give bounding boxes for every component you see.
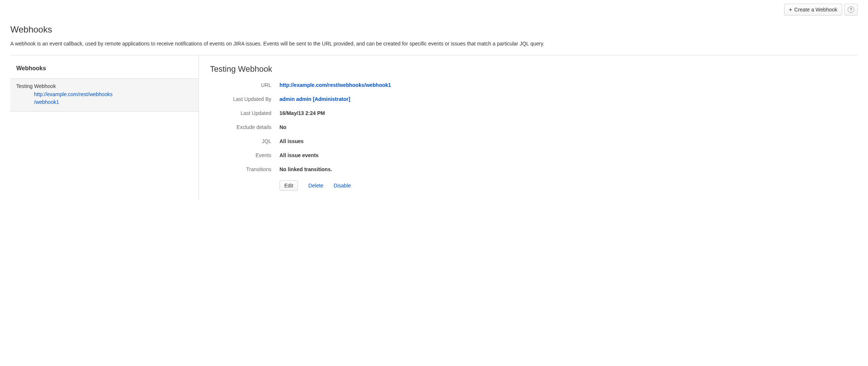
delete-link[interactable]: Delete	[308, 183, 323, 189]
sidebar: Webhooks Testing Webhook http://example.…	[10, 55, 199, 200]
page-description: A webhook is an event callback, used by …	[10, 40, 858, 48]
disable-link[interactable]: Disable	[334, 183, 351, 189]
edit-button[interactable]: Edit	[279, 180, 298, 191]
value-exclude-details: No	[279, 124, 849, 130]
top-actions: + Create a Webhook ?	[10, 4, 858, 16]
value-last-updated-by[interactable]: admin admin [Administrator]	[279, 96, 849, 102]
sidebar-item-url-line2: /webhook1	[34, 99, 59, 105]
value-events: All issue events	[279, 152, 849, 158]
label-events: Events	[210, 152, 271, 158]
sidebar-header: Webhooks	[10, 55, 199, 78]
label-last-updated-by: Last Updated By	[210, 96, 271, 102]
sidebar-item-name: Testing Webhook	[16, 83, 193, 89]
page-title: Webhooks	[10, 24, 858, 35]
label-last-updated: Last Updated	[210, 110, 271, 116]
value-jql: All issues	[279, 138, 849, 144]
main-panel: Testing Webhook URL http://example.com/r…	[199, 55, 858, 200]
label-url: URL	[210, 82, 271, 88]
label-transitions: Transitions	[210, 166, 271, 172]
label-exclude-details: Exclude details	[210, 124, 271, 130]
value-last-updated: 16/May/13 2:24 PM	[279, 110, 849, 116]
value-transitions: No linked transitions.	[279, 166, 849, 172]
actions-row: Edit Delete Disable	[279, 180, 849, 191]
content-wrap: Webhooks Testing Webhook http://example.…	[10, 55, 858, 200]
detail-grid: URL http://example.com/rest/webhooks/web…	[210, 82, 849, 191]
help-icon: ?	[848, 6, 854, 13]
create-webhook-label: Create a Webhook	[794, 7, 837, 13]
sidebar-item-url: http://example.com/rest/webhooks /webhoo…	[16, 91, 193, 106]
create-webhook-button[interactable]: + Create a Webhook	[784, 4, 842, 16]
label-jql: JQL	[210, 138, 271, 144]
help-button[interactable]: ?	[844, 4, 858, 16]
plus-icon: +	[789, 7, 792, 13]
sidebar-item-url-line1: http://example.com/rest/webhooks	[34, 91, 112, 97]
value-url[interactable]: http://example.com/rest/webhooks/webhook…	[279, 82, 849, 88]
detail-title: Testing Webhook	[210, 64, 849, 74]
sidebar-item-testing-webhook[interactable]: Testing Webhook http://example.com/rest/…	[10, 78, 199, 112]
